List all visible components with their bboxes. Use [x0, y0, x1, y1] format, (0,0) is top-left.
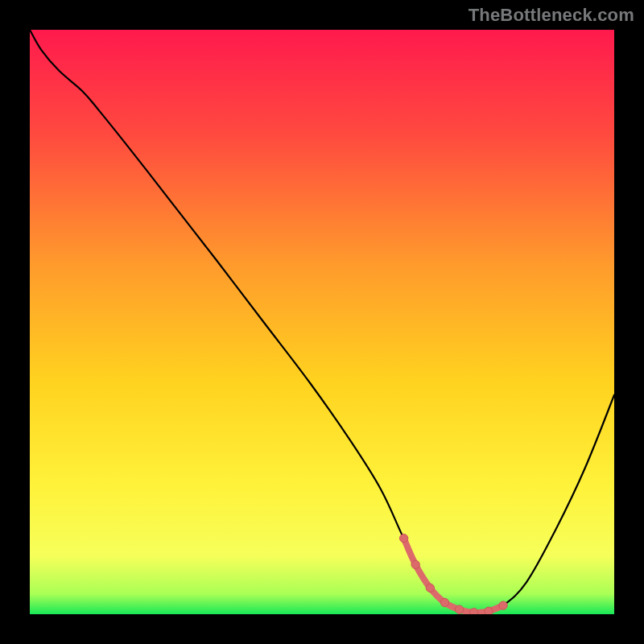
trough-marker [411, 560, 419, 568]
watermark-text: TheBottleneck.com [469, 5, 634, 26]
trough-marker [485, 607, 493, 614]
chart-frame: TheBottleneck.com [0, 0, 644, 644]
trough-marker [499, 601, 507, 609]
trough-marker [426, 584, 434, 592]
trough-marker [470, 609, 478, 614]
chart-svg [30, 30, 614, 614]
gradient-background [30, 30, 614, 614]
trough-marker [399, 534, 407, 542]
plot-area [30, 30, 614, 614]
trough-marker [455, 605, 463, 613]
trough-marker [440, 598, 448, 606]
